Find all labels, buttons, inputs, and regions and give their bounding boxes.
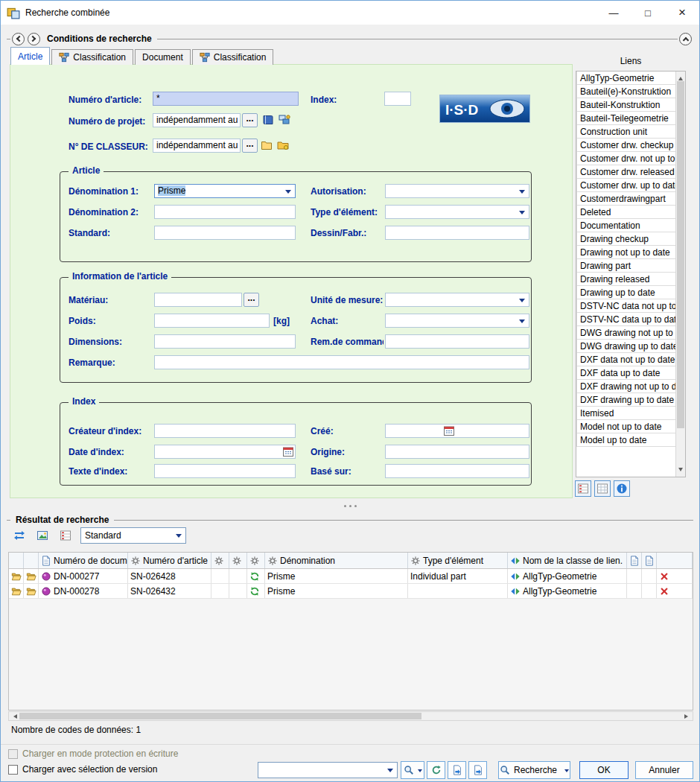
column-header-denomination[interactable]: Dénomination — [265, 553, 408, 568]
liens-list-item[interactable]: Drawing checkup — [576, 232, 676, 246]
preview-button[interactable] — [34, 527, 51, 544]
liens-list-item[interactable]: Bauteil(e)-Konstruktion — [576, 84, 676, 98]
conditions-prev-button[interactable] — [12, 33, 25, 45]
liens-list-item[interactable]: Deleted — [576, 205, 676, 219]
table-view-button[interactable] — [594, 480, 611, 497]
folder-browse-button[interactable]: ... — [242, 139, 258, 153]
liens-list-item[interactable]: Model up to date — [576, 433, 676, 447]
liens-list-item[interactable]: DWG drawing not up to date — [576, 325, 676, 340]
column-header[interactable] — [229, 553, 247, 568]
tab-classification-article[interactable]: Classification — [51, 49, 133, 65]
liens-list-item[interactable]: DXF drawing up to date — [576, 392, 676, 407]
liens-list-item[interactable]: Itemised — [576, 406, 676, 420]
liens-list-item[interactable]: Drawing part — [576, 258, 676, 273]
liens-list-item[interactable]: Drawing not up to date — [576, 245, 676, 259]
liens-list-item[interactable]: Drawing released — [576, 272, 676, 286]
column-header[interactable] — [657, 553, 693, 568]
achat-combobox[interactable] — [385, 314, 529, 328]
liens-list-item[interactable]: Documentation — [576, 218, 676, 232]
column-header-link-class[interactable]: Nom de la classe de lien. — [508, 553, 627, 568]
liens-list-item[interactable]: Construction unit — [576, 124, 676, 139]
write-protect-checkbox[interactable]: Charger en mode protection en écriture — [8, 748, 178, 759]
unite-combobox[interactable] — [385, 293, 529, 307]
base-sur-input[interactable] — [385, 464, 529, 478]
result-row[interactable]: DN-000278 SN-026432 Prisme AllgTyp-Geome… — [9, 584, 693, 599]
conditions-next-button[interactable] — [28, 33, 40, 45]
column-header-type-element[interactable]: Type d'élément — [408, 553, 508, 568]
quick-search-button[interactable] — [401, 761, 424, 779]
liens-list-item[interactable]: DSTV-NC data up to date — [576, 312, 676, 326]
tab-classification-document[interactable]: Classification — [192, 49, 274, 65]
info-button[interactable] — [614, 480, 630, 497]
project-no-input[interactable]: indépendamment au — [153, 113, 241, 127]
footer-combobox[interactable] — [258, 762, 398, 778]
project-browse-button[interactable]: ... — [242, 113, 258, 127]
scrollbar-thumb[interactable] — [677, 81, 684, 428]
remarque-input[interactable] — [154, 355, 529, 369]
maximize-button[interactable]: □ — [631, 1, 665, 25]
result-row[interactable]: DN-000277 SN-026428 Prisme Individual pa… — [9, 569, 693, 584]
liens-list-item[interactable]: DXF data not up to date — [576, 352, 676, 366]
materiau-input[interactable] — [154, 293, 242, 307]
article-no-input[interactable]: * — [153, 92, 299, 106]
column-header[interactable] — [24, 553, 39, 568]
ok-button[interactable]: OK — [579, 761, 629, 779]
search-button[interactable]: Recherche — [498, 761, 570, 779]
results-hscrollbar[interactable] — [8, 711, 693, 721]
materiau-browse-button[interactable]: ... — [244, 293, 259, 307]
minimize-button[interactable]: — — [596, 1, 631, 25]
column-header[interactable] — [247, 553, 265, 568]
liens-list-item[interactable]: Customer drw. checkup — [576, 138, 676, 152]
liens-list-item[interactable]: Customerdrawingpart — [576, 191, 676, 206]
liens-list-item[interactable]: Model not up to date — [576, 419, 676, 433]
denomination2-input[interactable] — [154, 205, 296, 219]
index-text-input[interactable] — [154, 464, 296, 478]
created-input[interactable] — [385, 424, 529, 438]
project-select-icon[interactable] — [279, 114, 290, 126]
rem-commande-input[interactable] — [385, 334, 529, 349]
index-input[interactable] — [384, 92, 411, 106]
conditions-collapse-button[interactable] — [679, 33, 692, 45]
liens-list-item[interactable]: DXF data up to date — [576, 366, 676, 380]
result-list-view-button[interactable] — [575, 480, 591, 497]
column-header[interactable] — [211, 553, 229, 568]
liens-list-item[interactable]: Drawing up to date — [576, 285, 676, 299]
liens-list-item[interactable]: AllgTyp-Geometrie — [576, 71, 676, 85]
standard-input[interactable] — [154, 226, 296, 240]
liens-scrollbar[interactable] — [675, 71, 685, 477]
version-select-checkbox[interactable]: Charger avec sélection de version — [8, 764, 157, 775]
column-header[interactable] — [642, 553, 657, 568]
transfer-document-button[interactable] — [448, 761, 466, 779]
project-book-icon[interactable] — [262, 114, 274, 126]
close-button[interactable]: × — [665, 1, 699, 25]
created-calendar-icon[interactable] — [443, 425, 455, 436]
refresh-button[interactable] — [427, 761, 445, 779]
liens-list-item[interactable]: DWG drawing up to date — [576, 339, 676, 353]
liens-list-item[interactable]: Customer drw. not up to date — [576, 151, 676, 165]
liens-list-item[interactable]: DSTV-NC data not up to date — [576, 299, 676, 313]
liens-list-item[interactable]: Customer drw. released — [576, 165, 676, 179]
poids-input[interactable] — [154, 314, 270, 328]
liens-list-item[interactable]: Customer drw. up to date — [576, 178, 676, 192]
result-layout-combobox[interactable]: Standard — [80, 527, 186, 544]
liens-list-item[interactable]: DXF drawing not up to date — [576, 379, 676, 393]
tab-document[interactable]: Document — [135, 49, 191, 65]
column-header-article-no[interactable]: Numéro d'article — [128, 553, 211, 568]
index-date-calendar-icon[interactable] — [282, 445, 294, 457]
column-header[interactable] — [9, 553, 24, 568]
dessin-input[interactable] — [385, 226, 529, 240]
origine-input[interactable] — [385, 445, 529, 459]
autorisation-combobox[interactable] — [385, 184, 529, 198]
folder-no-input[interactable]: indépendamment au — [153, 139, 241, 153]
refresh-results-button[interactable] — [11, 527, 28, 544]
liens-list-item[interactable]: Bauteil-Teilegeometrie — [576, 111, 676, 125]
denomination1-combobox[interactable]: Prisme — [154, 184, 296, 198]
tab-article[interactable]: Article — [10, 47, 50, 65]
scrollbar-thumb[interactable] — [19, 713, 421, 719]
index-date-input[interactable] — [154, 445, 296, 459]
column-header-doc-no[interactable]: Numéro de document — [39, 553, 128, 568]
clear-results-button[interactable] — [57, 527, 74, 544]
cancel-button[interactable]: Annuler — [635, 761, 693, 779]
dimensions-input[interactable] — [154, 334, 296, 349]
liens-list-item[interactable]: Bauteil-Konstruktion — [576, 98, 676, 112]
